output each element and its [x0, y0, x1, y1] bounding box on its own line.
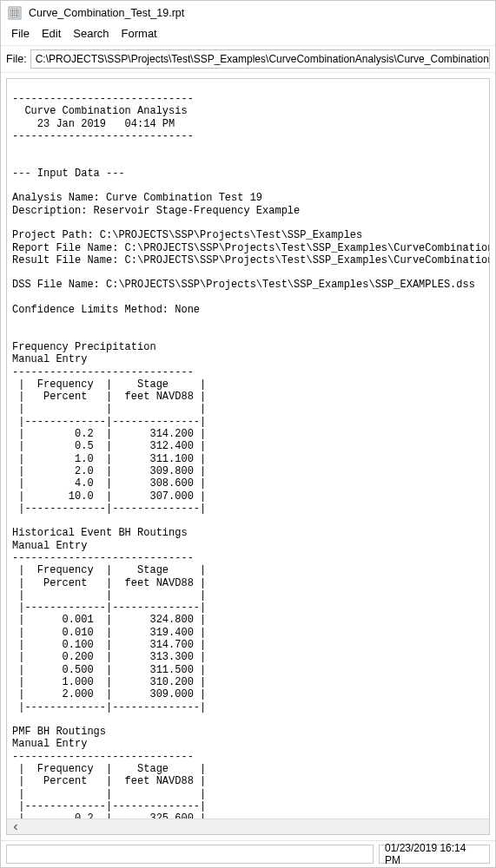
file-path-label: File:	[6, 53, 27, 65]
menu-format[interactable]: Format	[116, 25, 162, 42]
app-icon	[8, 6, 22, 20]
menubar: File Edit Search Format	[1, 23, 495, 46]
titlebar: Curve_Combination_Test_19.rpt	[1, 1, 495, 23]
horizontal-scrollbar[interactable]	[7, 819, 489, 834]
report-panel: ----------------------------- Curve Comb…	[6, 78, 490, 835]
file-toolbar: File: C:\PROJECTS\SSP\Projects\Test\SSP_…	[1, 46, 495, 73]
menu-search[interactable]: Search	[68, 25, 114, 42]
report-text: ----------------------------- Curve Comb…	[7, 89, 489, 819]
window-title: Curve_Combination_Test_19.rpt	[29, 7, 184, 19]
statusbar: 01/23/2019 16:14 PM	[1, 840, 495, 867]
file-path-field[interactable]: C:\PROJECTS\SSP\Projects\Test\SSP_Exampl…	[30, 49, 490, 69]
scroll-left-button[interactable]	[9, 820, 23, 834]
app-window: Curve_Combination_Test_19.rpt File Edit …	[0, 0, 496, 868]
status-message	[6, 845, 374, 864]
status-clock: 01/23/2019 16:14 PM	[379, 845, 490, 864]
menu-file[interactable]: File	[6, 25, 35, 42]
scroll-track[interactable]	[23, 820, 487, 834]
menu-edit[interactable]: Edit	[36, 25, 66, 42]
report-viewport[interactable]: ----------------------------- Curve Comb…	[7, 79, 489, 819]
